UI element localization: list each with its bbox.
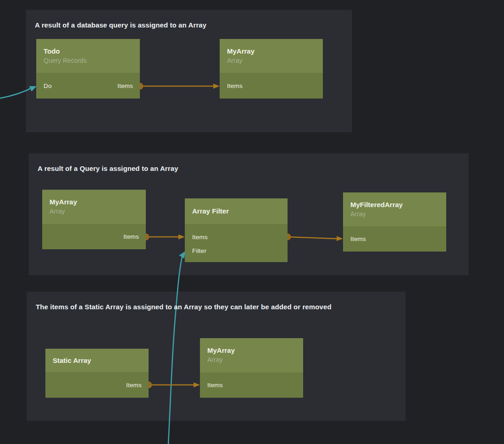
node-myarray-top[interactable]: MyArray Array Items [220,39,323,99]
node-header: Array Filter [185,198,288,224]
input-port-items[interactable]: Items [207,382,223,389]
node-subtitle: Array [50,207,138,216]
panel-title: The items of a Static Array is assigned … [27,292,405,311]
node-static-array[interactable]: Static Array Items [45,349,149,398]
output-port-items[interactable]: Items [126,382,142,389]
panel-title: A result of a Query is assigned to an Ar… [29,153,468,172]
node-header: MyArray Array [200,338,303,373]
node-ports: Items [200,373,303,398]
node-header: MyFilteredArray Array [343,192,446,226]
node-title: Todo [44,47,133,56]
output-port-items[interactable]: Items [117,82,133,89]
input-port-do[interactable]: Do [44,82,52,89]
node-array-filter[interactable]: Array Filter Items Filter [185,198,288,262]
node-title: Array Filter [192,207,280,216]
node-subtitle: Query Records [44,56,133,66]
node-header: Todo Query Records [36,39,140,73]
node-ports: Items [343,226,446,252]
node-myarray-target[interactable]: MyArray Array Items [200,338,303,398]
node-header: MyArray Array [220,39,323,73]
node-myarray-source[interactable]: MyArray Array Items [42,190,146,249]
node-todo-query-records[interactable]: Todo Query Records Do Items [36,39,140,99]
node-ports: Items [42,224,146,249]
node-title: MyFilteredArray [350,200,439,209]
node-title: MyArray [50,197,138,207]
node-subtitle: Array [207,355,296,365]
node-header: Static Array [45,349,149,372]
node-ports: Items [45,372,149,398]
output-port-items[interactable]: Items [123,233,139,240]
node-ports: Do Items [36,73,140,99]
node-title: MyArray [227,47,316,56]
node-title: Static Array [53,356,141,365]
node-myfilteredarray[interactable]: MyFilteredArray Array Items [343,192,446,252]
input-port-filter[interactable]: Filter [192,247,206,254]
node-title: MyArray [207,346,296,355]
node-subtitle: Array [227,56,316,66]
input-port-items[interactable]: Items [192,234,208,241]
node-ports: Items Filter [185,224,288,262]
input-port-items[interactable]: Items [350,236,366,242]
node-ports: Items [220,73,323,99]
node-graph-canvas[interactable]: A result of a database query is assigned… [0,0,504,444]
node-subtitle: Array [350,209,439,219]
panel-title: A result of a database query is assigned… [26,10,352,29]
node-header: MyArray Array [42,190,146,224]
input-port-items[interactable]: Items [227,82,243,89]
